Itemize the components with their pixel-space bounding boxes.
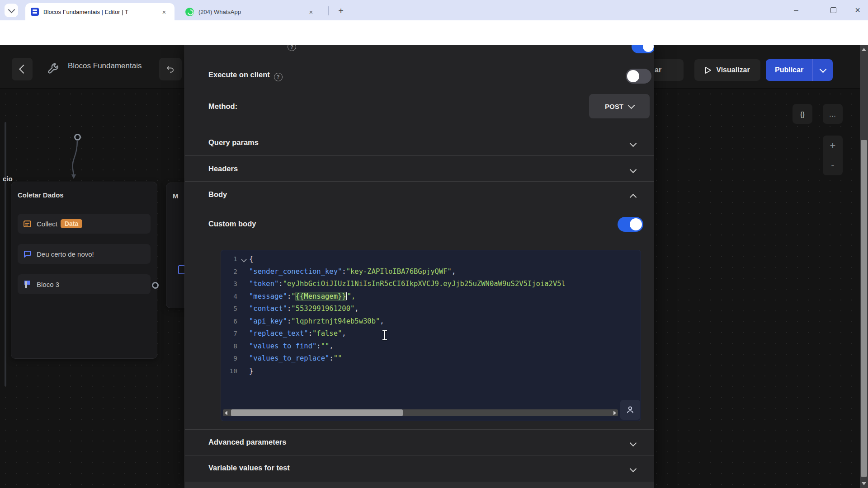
wrench-icon bbox=[46, 62, 60, 76]
chevron-down-icon[interactable] bbox=[630, 440, 637, 447]
close-window-button[interactable]: × bbox=[847, 0, 868, 20]
zoom-out-button[interactable]: - bbox=[831, 160, 834, 171]
code-line[interactable]: 6"api_key":"lqphrztnjt94eb5w30b", bbox=[221, 315, 641, 328]
help-circle-icon[interactable]: ? bbox=[274, 73, 283, 81]
scroll-up-arrow-icon[interactable] bbox=[862, 48, 866, 51]
block-item-collect[interactable]: CollectData bbox=[18, 214, 151, 234]
bloco3-output-dot[interactable] bbox=[152, 282, 159, 289]
chevron-down-icon[interactable] bbox=[630, 166, 637, 174]
custom-body-toggle[interactable] bbox=[618, 217, 643, 232]
fold-chevron-icon[interactable] bbox=[241, 257, 247, 263]
new-tab-button[interactable]: + bbox=[335, 5, 347, 17]
line-number: 5 bbox=[221, 303, 237, 315]
chevron-down-icon[interactable] bbox=[630, 140, 637, 147]
editor-horizontal-scrollbar[interactable] bbox=[223, 409, 618, 416]
block-item-bloco-3[interactable]: Bloco 3 bbox=[18, 274, 151, 294]
insert-variable-button[interactable] bbox=[620, 400, 640, 420]
browser-tab[interactable]: Blocos Fundamentais | Editor | T× bbox=[25, 3, 175, 20]
code-line[interactable]: 2"sender_conection_key":"key-ZAPIloIBA76… bbox=[221, 266, 641, 278]
editor-back-button[interactable] bbox=[12, 58, 33, 80]
browser-tab[interactable]: (204) WhatsApp× bbox=[180, 3, 321, 20]
chevron-down-icon bbox=[8, 6, 15, 14]
help-icon-fragment: ? bbox=[288, 45, 296, 51]
undo-arrow-icon bbox=[166, 65, 175, 74]
whatsapp-icon bbox=[185, 8, 194, 16]
group-title-fragment: M bbox=[173, 192, 179, 200]
code-line[interactable]: 5"contact":"5532991961200", bbox=[221, 303, 641, 315]
publish-dropdown[interactable] bbox=[813, 69, 833, 72]
tab-close-button[interactable]: × bbox=[307, 8, 315, 16]
execute-on-client-label: Execute on client? bbox=[208, 70, 283, 81]
chevron-down-icon bbox=[819, 66, 826, 73]
accordion-variable-values[interactable]: Variable values for test bbox=[208, 464, 290, 472]
code-text: "sender_conection_key":"key-ZAPIloIBA76B… bbox=[249, 266, 641, 278]
scrollbar-thumb[interactable] bbox=[231, 409, 403, 416]
line-number: 6 bbox=[221, 315, 237, 328]
restore-button[interactable] bbox=[823, 0, 844, 20]
preview-button[interactable]: Visualizar bbox=[694, 59, 760, 81]
code-text: "message":"{{Mensagem}}", bbox=[249, 291, 641, 303]
tab-close-button[interactable]: × bbox=[160, 8, 168, 16]
toggle-knob bbox=[643, 45, 654, 52]
screen: Blocos Fundamentais | Editor | T×(204) W… bbox=[0, 0, 868, 488]
code-line[interactable]: 1{ bbox=[221, 253, 641, 266]
search-tabs-button[interactable] bbox=[5, 4, 18, 17]
variable-badge: Data bbox=[61, 219, 82, 228]
custom-body-code-editor[interactable]: 1{2"sender_conection_key":"key-ZAPIloIBA… bbox=[221, 250, 641, 421]
chat-bubble-icon bbox=[23, 250, 31, 258]
code-line[interactable]: 9"values_to_replace":"" bbox=[221, 352, 641, 365]
code-line[interactable]: 10} bbox=[221, 365, 641, 378]
block-item-label: Collect bbox=[37, 220, 57, 228]
line-number: 9 bbox=[221, 352, 237, 365]
publish-button[interactable]: Publicar bbox=[766, 59, 833, 81]
accordion-advanced-parameters[interactable]: Advanced parameters bbox=[208, 438, 286, 446]
block-item-deu-certo-de-novo-[interactable]: Deu certo de novo! bbox=[18, 244, 151, 264]
method-dropdown[interactable]: POST bbox=[589, 94, 650, 118]
code-text: "token":"eyJhbGciOiJIUzI1NiIsInR5cCI6Ikp… bbox=[249, 278, 641, 291]
method-label: Method: bbox=[208, 102, 237, 111]
group-card-coletar-dados[interactable]: Coletar Dados CollectDataDeu certo de no… bbox=[11, 182, 157, 359]
more-options-button[interactable]: ... bbox=[823, 104, 843, 124]
code-line[interactable]: 3"token":"eyJhbGciOiJIUzI1NiIsInR5cCI6Ik… bbox=[221, 278, 641, 291]
divider bbox=[185, 129, 654, 129]
custom-body-label: Custom body bbox=[208, 220, 256, 228]
minimize-button[interactable]: – bbox=[786, 0, 807, 20]
chevron-down-icon bbox=[628, 102, 635, 109]
page-scrollbar[interactable] bbox=[860, 45, 868, 488]
browser-tab-strip: Blocos Fundamentais | Editor | T×(204) W… bbox=[0, 0, 868, 20]
line-number: 8 bbox=[221, 340, 237, 353]
block-item-label: Deu certo de novo! bbox=[37, 250, 94, 258]
code-line[interactable]: 8"values_to_find":"", bbox=[221, 340, 641, 353]
code-line[interactable]: 4"message":"{{Mensagem}}", bbox=[221, 291, 641, 303]
chevron-up-icon[interactable] bbox=[630, 194, 637, 201]
line-number: 2 bbox=[221, 266, 237, 278]
execute-on-client-toggle[interactable] bbox=[626, 69, 651, 84]
line-number: 3 bbox=[221, 278, 237, 291]
offscreen-card-edge bbox=[5, 122, 6, 386]
scroll-right-arrow-icon[interactable] bbox=[613, 411, 616, 415]
accordion-body[interactable]: Body bbox=[208, 190, 227, 199]
line-number: 4 bbox=[221, 291, 237, 303]
tab-title: (204) WhatsApp bbox=[198, 9, 303, 15]
scroll-left-arrow-icon[interactable] bbox=[225, 411, 227, 415]
accordion-headers[interactable]: Headers bbox=[208, 164, 238, 173]
tab-title: Blocos Fundamentais | Editor | T bbox=[43, 9, 156, 15]
line-number: 10 bbox=[221, 365, 237, 378]
variables-braces-button[interactable]: {} bbox=[793, 104, 812, 124]
divider bbox=[185, 455, 654, 455]
code-text: "api_key":"lqphrztnjt94eb5w30b", bbox=[249, 315, 641, 328]
chevron-left-icon bbox=[19, 65, 28, 74]
scroll-down-arrow-icon[interactable] bbox=[862, 482, 866, 485]
scrollbar-thumb[interactable] bbox=[861, 140, 867, 477]
chevron-down-icon[interactable] bbox=[630, 465, 637, 473]
browser-toolbar: ← → fluxos.envia.click/pt-BR/typebots/cm… bbox=[0, 20, 868, 45]
tab-separator bbox=[328, 6, 329, 15]
clipped-toggle[interactable] bbox=[632, 45, 654, 53]
next-section-edge bbox=[185, 482, 654, 488]
zoom-in-button[interactable]: + bbox=[830, 140, 836, 151]
group-title[interactable]: Coletar Dados bbox=[18, 191, 64, 199]
code-line[interactable]: 7"replace_text":"false", bbox=[221, 328, 641, 340]
accordion-query-params[interactable]: Query params bbox=[208, 138, 259, 147]
bot-title[interactable]: Blocos Fundamentais bbox=[68, 61, 142, 70]
undo-button[interactable] bbox=[159, 58, 182, 80]
